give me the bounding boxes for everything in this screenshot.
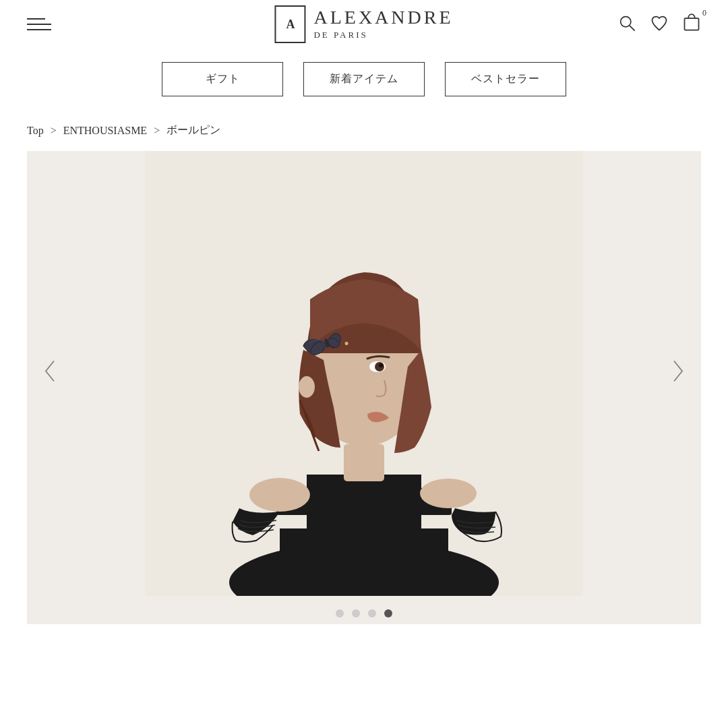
cart-button[interactable]: 0	[682, 13, 701, 35]
hamburger-menu[interactable]	[27, 18, 51, 30]
product-image-container	[27, 151, 701, 596]
breadcrumb-sep1: >	[51, 125, 57, 137]
svg-rect-6	[307, 475, 421, 542]
dot-1[interactable]	[336, 609, 344, 617]
heart-icon	[650, 13, 669, 32]
svg-line-1	[630, 26, 635, 31]
header: A ALEXANDRE DE PARIS 0	[0, 0, 728, 49]
svg-point-11	[420, 479, 477, 508]
dot-3[interactable]	[368, 609, 376, 617]
svg-point-10	[249, 478, 310, 512]
breadcrumb-enthousiasme[interactable]: ENTHOUSIASME	[63, 125, 147, 137]
svg-point-16	[299, 376, 315, 398]
slider-dots	[27, 596, 701, 624]
header-icons: 0	[617, 13, 701, 35]
breadcrumb: Top > ENTHOUSIASME > ボールピン	[0, 117, 728, 151]
cart-badge: 0	[702, 8, 706, 18]
breadcrumb-top[interactable]: Top	[27, 125, 44, 137]
search-button[interactable]	[617, 13, 636, 35]
next-arrow-button[interactable]	[662, 351, 694, 396]
logo-text: ALEXANDRE DE PARIS	[313, 8, 453, 40]
bestseller-button[interactable]: ベストセラー	[445, 62, 566, 96]
logo-area: A ALEXANDRE DE PARIS	[274, 5, 453, 43]
new-items-button[interactable]: 新着アイテム	[303, 62, 425, 96]
gift-button[interactable]: ギフト	[162, 62, 283, 96]
breadcrumb-sep2: >	[154, 125, 160, 137]
logo-box-text: A	[286, 18, 294, 32]
prev-arrow-button[interactable]	[34, 351, 66, 396]
cart-icon	[682, 13, 701, 32]
svg-rect-2	[685, 18, 699, 30]
breadcrumb-current: ボールピン	[166, 123, 220, 138]
wishlist-button[interactable]	[650, 13, 669, 35]
product-image	[145, 151, 583, 596]
svg-rect-9	[344, 444, 384, 481]
search-icon	[617, 13, 636, 32]
logo-box: A	[274, 5, 305, 43]
logo-name: ALEXANDRE	[313, 8, 453, 27]
category-nav: ギフト 新着アイテム ベストセラー	[0, 49, 728, 117]
product-slider	[27, 151, 701, 624]
svg-point-15	[379, 363, 383, 367]
dot-2[interactable]	[352, 609, 360, 617]
logo-sub: DE PARIS	[313, 30, 367, 40]
svg-point-0	[621, 17, 631, 27]
dot-4[interactable]	[384, 609, 392, 617]
